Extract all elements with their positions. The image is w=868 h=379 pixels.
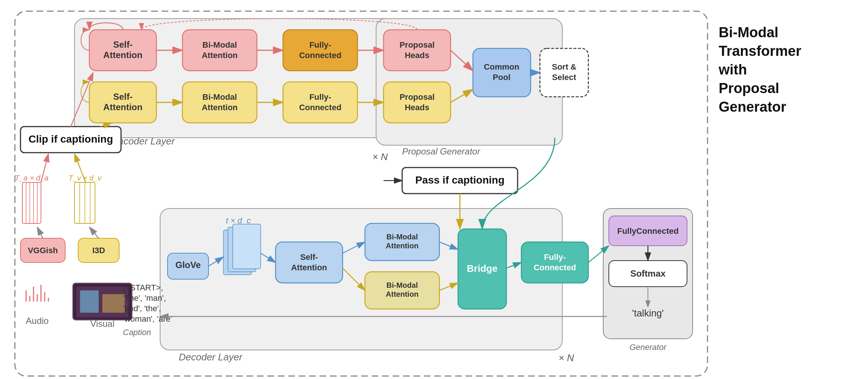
svg-rect-55 (22, 182, 41, 223)
common-pool-label: Common (484, 62, 519, 71)
svg-text:'woman', 'are': 'woman', 'are' (123, 314, 172, 324)
svg-text:Heads: Heads (405, 103, 429, 112)
svg-text:Select: Select (552, 73, 576, 82)
svg-rect-37 (521, 242, 588, 283)
fully-connected-top-label: Fully- (309, 40, 331, 50)
svg-text:Connected: Connected (299, 51, 341, 60)
svg-text:Attention: Attention (386, 290, 419, 298)
proposal-generator-label: Proposal Generator (402, 146, 480, 156)
decoder-bimodal-top-label: Bi-Modal (387, 233, 418, 241)
svg-text:Proposal: Proposal (719, 80, 779, 96)
svg-text:Connected: Connected (534, 263, 576, 272)
svg-rect-52 (102, 294, 125, 313)
encoder-times-n: × N (372, 151, 388, 162)
svg-text:Attention: Attention (103, 102, 142, 112)
i3d-label: I3D (92, 246, 105, 255)
svg-rect-17 (384, 82, 451, 123)
ta-da-label: T_a × d_a (15, 174, 49, 182)
svg-rect-10 (182, 82, 257, 123)
vggish-label: VGGish (28, 246, 58, 255)
generator-fully-connected-label: FullyConnected (617, 226, 678, 236)
svg-text:'and', 'the',: 'and', 'the', (123, 304, 161, 313)
svg-rect-51 (80, 290, 99, 313)
decoder-self-attention-label: Self- (300, 252, 318, 262)
svg-text:Attention: Attention (202, 51, 238, 60)
svg-rect-29 (233, 224, 261, 269)
svg-line-83 (89, 227, 99, 238)
proposal-heads-top-label: Proposal (400, 40, 435, 50)
svg-text:Connected: Connected (299, 103, 341, 112)
caption-text: [<START>, (123, 283, 163, 292)
bimodal-attention-bottom-label: Bi-Modal (203, 92, 237, 102)
generator-label: Generator (629, 343, 667, 352)
decoder-times-n: × N (559, 352, 574, 363)
svg-text:with: with (718, 62, 747, 77)
svg-text:Attention: Attention (291, 263, 327, 272)
svg-rect-6 (283, 30, 357, 71)
bm-transformer-title: Bi-Modal (719, 25, 778, 40)
svg-text:'The', 'man',: 'The', 'man', (123, 293, 166, 303)
svg-text:Generator: Generator (719, 99, 786, 115)
decoder-fully-connected-label: Fully- (544, 252, 566, 262)
pass-if-captioning-label: Pass if captioning (415, 174, 505, 186)
sort-select-label: Sort & (552, 62, 576, 71)
self-attention-bottom-label: Self- (113, 92, 133, 102)
audio-label: Audio (26, 316, 48, 326)
glove-label: GloVe (175, 260, 201, 270)
visual-label: Visual (90, 319, 115, 329)
output-label: 'talking' (632, 308, 664, 319)
diagram-container: Encoder Layer Self- Attention Bi-Modal A… (0, 0, 868, 379)
svg-text:Attention: Attention (103, 50, 142, 60)
bimodal-attention-top-label: Bi-Modal (203, 40, 237, 50)
svg-text:Attention: Attention (202, 103, 238, 112)
bridge-label: Bridge (467, 263, 497, 274)
svg-rect-30 (276, 242, 343, 283)
svg-line-82 (37, 227, 43, 238)
softmax-label: Softmax (630, 268, 666, 278)
self-attention-top-label: Self- (113, 39, 133, 50)
svg-text:Pool: Pool (493, 73, 511, 82)
clip-if-captioning-label: Clip if captioning (28, 133, 113, 145)
proposal-heads-bottom-label: Proposal (400, 92, 435, 102)
caption-label: Caption (123, 328, 151, 337)
svg-text:Attention: Attention (386, 242, 419, 250)
svg-rect-4 (182, 30, 257, 71)
decoder-bimodal-bottom-label: Bi-Modal (387, 281, 418, 289)
svg-rect-15 (384, 30, 451, 71)
svg-text:Transformer: Transformer (719, 43, 801, 59)
svg-text:Heads: Heads (405, 51, 429, 60)
fully-connected-bottom-label: Fully- (309, 92, 331, 102)
decoder-layer-label: Decoder Layer (179, 351, 243, 363)
svg-rect-12 (283, 82, 357, 123)
